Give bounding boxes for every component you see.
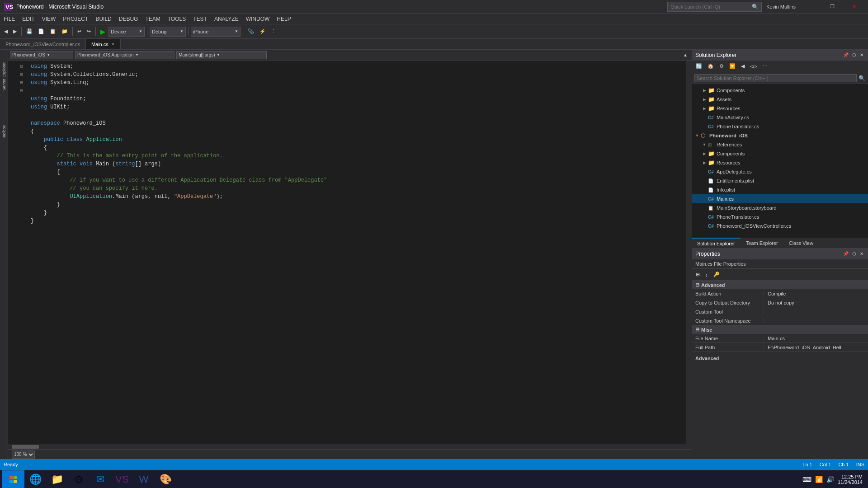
se-code-btn[interactable]: </> [748,61,760,72]
toolbar-redo-btn[interactable]: ↪ [85,26,93,38]
class-dropdown[interactable]: Phoneword_iOS.Application [75,51,175,59]
editor-scroll-up[interactable]: ▲ [681,50,690,61]
tree-item-assets[interactable]: ▶ 📁 Assets [692,95,868,104]
tab-main-cs[interactable]: Main.cs ✕ [86,39,121,49]
se-filter-btn[interactable]: 🔽 [727,61,738,72]
code-text[interactable]: using System; using System.Collections.G… [26,61,686,444]
toolbar-open-btn[interactable]: 📁 [59,26,70,38]
expand-icon[interactable]: ▶ [701,88,708,93]
prop-close-btn[interactable]: ✕ [859,250,864,257]
taskbar-paint[interactable]: 🎨 [155,470,176,488]
zoom-control[interactable]: 100 % [12,450,35,459]
prop-value[interactable]: Do not copy [764,300,868,305]
section-collapse-icon[interactable]: ⊟ [695,327,699,333]
namespace-dropdown[interactable]: Phoneword_iOS [10,51,73,59]
tree-item-phonetrans1[interactable]: ▶ C# PhoneTranslator.cs [692,122,868,131]
expand-icon[interactable]: ▶ [701,151,708,156]
menu-analyze[interactable]: ANALYZE [211,14,242,24]
taskbar-chrome[interactable]: ⊙ [68,470,90,488]
prop-value[interactable]: Main.cs [764,336,868,341]
tab-solution-explorer[interactable]: Solution Explorer [692,238,741,248]
se-pin-btn[interactable]: 📌 [842,52,849,58]
prop-float-btn[interactable]: ⬡ [851,250,857,257]
tree-item-main-cs[interactable]: ▶ C# Main.cs [692,194,868,203]
menu-build[interactable]: BUILD [92,14,115,24]
method-dropdown[interactable]: Main(string[] args) [176,51,267,59]
tree-item-appdelegate[interactable]: ▶ C# AppDelegate.cs [692,167,868,176]
section-collapse-icon[interactable]: ⊟ [695,282,699,288]
menu-tools[interactable]: TOOLS [164,14,189,24]
toolbar-save-btn[interactable]: 💾 [24,26,35,38]
se-home-btn[interactable]: 🏠 [705,61,716,72]
menu-team[interactable]: TEAM [142,14,164,24]
menu-help[interactable]: HELP [273,14,294,24]
toolbar-more-btn[interactable]: ⋮ [269,26,278,38]
expand-icon[interactable]: ▶ [701,160,708,165]
menu-edit[interactable]: EDIT [19,14,38,24]
target-dropdown[interactable]: iPhone [191,27,241,37]
se-close-btn[interactable]: ✕ [859,52,864,58]
taskbar-vs[interactable]: VS [111,470,133,488]
device-dropdown[interactable]: Device [108,27,145,37]
menu-debug[interactable]: DEBUG [115,14,142,24]
toolbar-saveas-btn[interactable]: 📄 [36,26,47,38]
expand-icon[interactable]: ▶ [701,97,708,102]
taskbar-word[interactable]: W [133,470,155,488]
taskbar-ie[interactable]: 🌐 [24,470,46,488]
toolbar-perf-btn[interactable]: ⚡ [257,26,268,38]
menu-project[interactable]: PROJECT [59,14,92,24]
restore-button[interactable]: ❐ [822,0,843,14]
zoom-select[interactable]: 100 % [12,450,35,459]
tree-item-components2[interactable]: ▶ 📁 Components [692,149,868,158]
toolbar-fwd-btn[interactable]: ▶ [11,26,19,38]
expand-icon[interactable]: ▼ [693,133,701,138]
prop-key-btn[interactable]: 🔑 [711,269,722,281]
tree-item-entitlements[interactable]: ▶ 📄 Entitlements.plist [692,176,868,185]
tree-item-components1[interactable]: ▶ 📁 Components [692,86,868,95]
se-search-input[interactable] [694,74,857,82]
tree-item-resources2[interactable]: ▶ 📁 Resources [692,158,868,167]
taskbar-explorer[interactable]: 📁 [46,470,68,488]
prop-grid-btn[interactable]: ⊞ [693,269,702,281]
se-refresh-btn[interactable]: 🔄 [693,61,704,72]
toolbar-undo-btn[interactable]: ↩ [75,26,84,38]
se-settings-btn[interactable]: ⚙ [717,61,726,72]
toolbox-tab[interactable]: Toolbox [1,122,7,143]
menu-window[interactable]: WINDOW [242,14,274,24]
tree-item-resources1[interactable]: ▶ 📁 Resources [692,104,868,113]
tab-team-explorer[interactable]: Team Explorer [741,238,783,248]
prop-value[interactable]: Compile [764,291,868,296]
toolbar-attach-btn[interactable]: 📎 [245,26,256,38]
tree-item-viewcontroller[interactable]: ▶ C# Phoneword_iOSViewController.cs [692,221,868,230]
tree-item-references[interactable]: ▼ ⊞ References [692,140,868,149]
tree-item-mainstoryboard[interactable]: ▶ 📋 MainStoryboard.storyboard [692,203,868,212]
tree-item-phoneword-ios[interactable]: ▼ ⬡ Phoneword_iOS [692,131,868,140]
close-button[interactable]: ✕ [844,0,864,14]
menu-file[interactable]: FILE [0,14,19,24]
se-back-btn[interactable]: ◀ [739,61,747,72]
toolbar-saveall-btn[interactable]: 📋 [47,26,58,38]
server-explorer-tab[interactable]: Server Explorer [1,59,7,94]
se-search-btn[interactable]: ⋯ [760,61,770,72]
tab-main-cs-close[interactable]: ✕ [111,42,115,47]
start-button[interactable] [2,470,24,488]
editor-horizontal-scrollbar[interactable] [8,444,692,449]
tree-item-infoplist[interactable]: ▶ 📄 Info.plist [692,185,868,194]
code-editor[interactable]: ⊟ ⊟ ⊟ ⊟ [8,61,692,444]
debug-dropdown[interactable]: Debug [150,27,186,37]
editor-vertical-scrollbar[interactable] [686,61,692,444]
quick-launch-input[interactable] [670,4,752,9]
quick-launch-search[interactable]: 🔍 [667,2,762,12]
menu-test[interactable]: TEST [189,14,211,24]
taskbar-outlook[interactable]: ✉ [90,470,111,488]
run-button[interactable]: ▶ [98,26,108,38]
expand-icon[interactable]: ▶ [701,106,708,111]
prop-pin-btn[interactable]: 📌 [842,250,849,257]
prop-sort-btn[interactable]: ↕ [703,269,710,281]
tab-class-view[interactable]: Class View [783,238,819,248]
tree-item-phonetrans2[interactable]: ▶ C# PhoneTranslator.cs [692,212,868,221]
tree-item-mainactivity[interactable]: ▶ C# MainActivity.cs [692,113,868,122]
minimize-button[interactable]: ─ [800,0,821,14]
expand-icon[interactable]: ▼ [701,142,708,147]
toolbar-back-btn[interactable]: ◀ [2,26,10,38]
